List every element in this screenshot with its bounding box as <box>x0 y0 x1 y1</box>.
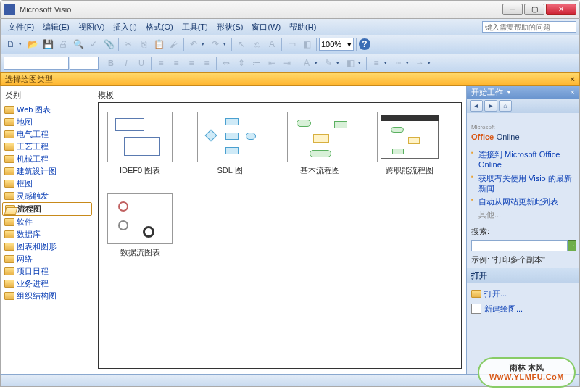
category-item[interactable]: 工艺工程 <box>2 141 92 153</box>
templates-label: 模板 <box>98 88 462 102</box>
category-label: 数据库 <box>17 229 41 240</box>
connector-tool-button[interactable]: ⎌ <box>249 37 264 51</box>
menu-view[interactable]: 视图(V) <box>74 20 109 34</box>
underline-button[interactable]: U <box>134 56 149 70</box>
chooser-title: 选择绘图类型 <box>5 74 53 85</box>
menu-format[interactable]: 格式(O) <box>141 20 178 34</box>
bold-button[interactable]: B <box>104 56 118 70</box>
taskpane-more-link[interactable]: 其他... <box>471 208 575 221</box>
taskpane-home-button[interactable]: ⌂ <box>499 100 512 112</box>
rectangle-tool-button[interactable]: ▭ <box>284 37 299 51</box>
menu-insert[interactable]: 插入(I) <box>109 20 141 34</box>
taskpane-close-icon[interactable]: × <box>571 88 575 96</box>
research-button[interactable]: 📎 <box>102 37 116 51</box>
category-item[interactable]: 建筑设计图 <box>2 165 92 178</box>
fill-color-button[interactable]: ◧ <box>343 56 357 70</box>
shapes-button[interactable]: ◧ <box>299 37 314 51</box>
taskpane-link[interactable]: 获取有关使用 Visio 的最新新闻 <box>471 172 575 196</box>
font-select[interactable] <box>4 57 69 70</box>
line-weight-button[interactable]: ≡ <box>369 56 384 70</box>
menu-edit[interactable]: 编辑(E) <box>38 20 74 34</box>
redo-button[interactable]: ↷ <box>208 37 223 51</box>
distribute-v-button[interactable]: ⇕ <box>234 56 249 70</box>
search-go-button[interactable]: → <box>568 240 576 251</box>
spelling-button[interactable]: ✓ <box>86 37 101 51</box>
print-preview-button[interactable]: 🔍 <box>71 37 86 51</box>
category-item[interactable]: 数据库 <box>2 228 92 241</box>
folder-icon <box>4 167 14 175</box>
chooser-header: 选择绘图类型 × <box>0 72 580 86</box>
chooser-close-icon[interactable]: × <box>571 75 575 83</box>
undo-button[interactable]: ↶ <box>186 37 201 51</box>
distribute-h-button[interactable]: ⇔ <box>219 56 233 70</box>
new-drawing-action[interactable]: 新建绘图... <box>471 301 575 317</box>
category-label: 灵感触发 <box>17 191 49 201</box>
menu-window[interactable]: 窗口(W) <box>247 20 285 34</box>
paste-button[interactable]: 📋 <box>152 37 166 51</box>
italic-button[interactable]: I <box>119 56 133 70</box>
category-item[interactable]: 组织结构图 <box>2 290 92 302</box>
category-label: Web 图表 <box>17 104 51 115</box>
app-icon <box>4 4 15 15</box>
template-item[interactable]: 基本流程图 <box>287 112 352 176</box>
taskpane-link[interactable]: 自动从网站更新此列表 <box>471 195 575 208</box>
category-item[interactable]: 灵感触发 <box>2 190 92 202</box>
copy-button[interactable]: ⎘ <box>136 37 151 51</box>
taskpane-search-input[interactable] <box>471 240 568 251</box>
taskpane-back-button[interactable]: ◄ <box>470 100 483 112</box>
increase-indent-button[interactable]: ⇥ <box>280 56 294 70</box>
category-item[interactable]: 电气工程 <box>2 128 92 141</box>
print-button[interactable]: 🖨 <box>56 37 70 51</box>
cut-button[interactable]: ✂ <box>121 37 136 51</box>
template-item[interactable]: 数据流图表 <box>107 193 173 258</box>
align-left-button[interactable]: ≡ <box>154 56 168 70</box>
template-item[interactable]: 跨职能流程图 <box>377 112 442 176</box>
category-item[interactable]: 项目日程 <box>2 265 92 278</box>
save-button[interactable]: 💾 <box>41 37 55 51</box>
category-item[interactable]: 软件 <box>2 216 92 228</box>
bullets-button[interactable]: ≔ <box>249 56 264 70</box>
category-item[interactable]: 机械工程 <box>2 153 92 165</box>
folder-icon <box>4 143 14 151</box>
category-label: 网络 <box>17 254 33 264</box>
align-right-button[interactable]: ≡ <box>184 56 199 70</box>
template-item[interactable]: SDL 图 <box>197 112 262 176</box>
menu-shape[interactable]: 形状(S) <box>212 20 248 34</box>
folder-icon <box>4 255 14 263</box>
menu-help[interactable]: 帮助(H) <box>285 20 320 34</box>
text-tool-button[interactable]: A <box>265 37 279 51</box>
new-button[interactable]: 🗋 <box>4 37 18 51</box>
category-item[interactable]: 图表和图形 <box>2 241 92 253</box>
pointer-tool-button[interactable]: ↖ <box>234 37 249 51</box>
maximize-button[interactable]: ▢ <box>524 4 544 15</box>
font-color-button[interactable]: A <box>299 56 314 70</box>
taskpane-link[interactable]: 连接到 Microsoft Office Online <box>471 148 575 172</box>
menu-file[interactable]: 文件(F) <box>4 20 38 34</box>
align-center-button[interactable]: ≡ <box>169 56 183 70</box>
taskpane-forward-button[interactable]: ► <box>484 100 497 112</box>
category-item[interactable]: 网络 <box>2 253 92 265</box>
minimize-button[interactable]: ─ <box>502 4 523 15</box>
category-item[interactable]: 地图 <box>2 116 92 128</box>
category-item[interactable]: 流程图 <box>2 202 92 216</box>
format-painter-button[interactable]: 🖌 <box>167 37 181 51</box>
category-label: 业务进程 <box>17 278 49 289</box>
open-button[interactable]: 📂 <box>25 37 40 51</box>
template-item[interactable]: IDEF0 图表 <box>107 112 173 176</box>
zoom-select[interactable]: 100%▾ <box>319 38 354 51</box>
font-size-select[interactable] <box>70 57 99 70</box>
menu-tools[interactable]: 工具(T) <box>178 20 212 34</box>
line-ends-button[interactable]: → <box>413 56 427 70</box>
category-item[interactable]: Web 图表 <box>2 104 92 116</box>
help-button[interactable]: ? <box>359 38 370 50</box>
close-button[interactable]: ✕ <box>546 4 576 15</box>
category-item[interactable]: 框图 <box>2 178 92 190</box>
help-search-input[interactable] <box>482 21 576 33</box>
open-action[interactable]: 打开... <box>471 286 575 301</box>
align-justify-button[interactable]: ≡ <box>199 56 214 70</box>
line-color-button[interactable]: ✎ <box>321 56 336 70</box>
line-pattern-button[interactable]: ┄ <box>391 56 405 70</box>
categories-label: 类别 <box>2 88 92 102</box>
category-item[interactable]: 业务进程 <box>2 278 92 290</box>
decrease-indent-button[interactable]: ⇤ <box>265 56 279 70</box>
